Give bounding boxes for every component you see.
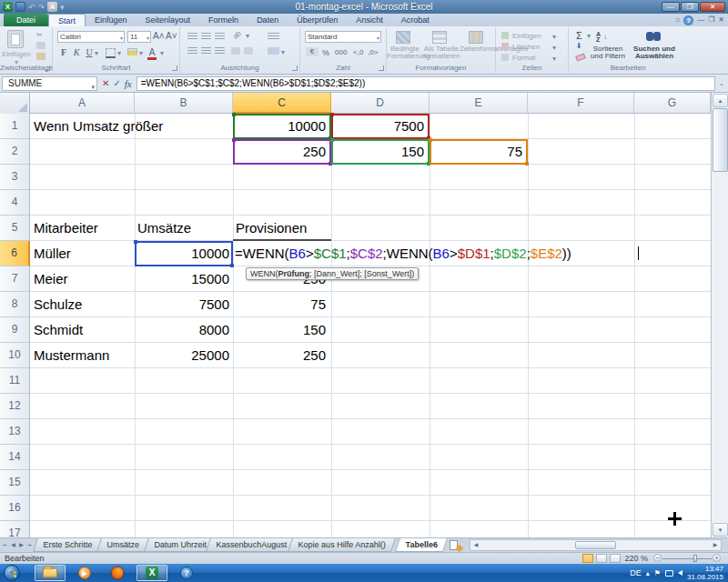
scroll-right-icon[interactable]: ▶: [711, 541, 720, 549]
merge-center-icon[interactable]: [268, 47, 279, 55]
cell-b10[interactable]: 25000: [135, 343, 229, 368]
increase-font-icon[interactable]: A˄: [153, 31, 164, 41]
insert-function-icon[interactable]: fx: [125, 78, 132, 89]
help-icon[interactable]: ?: [683, 15, 693, 25]
insert-cells-button[interactable]: Einfügen: [512, 32, 541, 40]
vertical-scrollbar[interactable]: ▲ ▼: [711, 93, 728, 537]
cell-c6-formula[interactable]: =WENN(B6>$C$1;$C$2;WENN(B6>$D$1;$D$2;$E$…: [235, 241, 571, 266]
underline-button[interactable]: U: [84, 47, 95, 57]
tab-ueberpruefen[interactable]: Überprüfen: [288, 14, 347, 26]
fill-color-dropdown-icon[interactable]: ▾: [139, 49, 143, 57]
workbook-minimize-icon[interactable]: —: [697, 15, 704, 25]
enter-icon[interactable]: ✓: [113, 78, 120, 88]
find-select-icon[interactable]: [645, 30, 662, 43]
find-select-button[interactable]: Suchen und Auswählen: [629, 45, 680, 60]
row-header-14[interactable]: 14: [0, 445, 30, 470]
prev-sheet-icon[interactable]: ◀: [10, 540, 16, 550]
tab-daten[interactable]: Daten: [248, 14, 288, 26]
column-header-c[interactable]: C: [233, 93, 331, 114]
conditional-formatting-icon[interactable]: [396, 31, 410, 44]
align-center-icon[interactable]: [201, 47, 211, 55]
merge-dropdown-icon[interactable]: ▾: [281, 48, 285, 56]
column-header-e[interactable]: E: [430, 93, 528, 114]
cell-a5[interactable]: Mitarbeiter: [34, 216, 134, 241]
format-painter-icon[interactable]: [36, 53, 46, 60]
wrap-text-icon[interactable]: [268, 33, 279, 40]
row-header-7[interactable]: 7: [0, 266, 30, 292]
column-header-a[interactable]: A: [30, 93, 135, 114]
row-header-16[interactable]: 16: [0, 496, 30, 521]
autosum-dropdown-icon[interactable]: ▾: [587, 32, 591, 40]
align-top-icon[interactable]: [187, 33, 197, 40]
pin-ribbon-icon[interactable]: ⌂: [675, 15, 680, 25]
align-middle-icon[interactable]: [201, 33, 211, 40]
workbook-close-icon[interactable]: ✕: [718, 15, 724, 25]
zoom-track[interactable]: [662, 558, 712, 559]
insert-cells-dropdown-icon[interactable]: ▾: [552, 33, 556, 41]
cell-a9[interactable]: Schmidt: [34, 317, 134, 343]
cell-a6[interactable]: Müller: [34, 241, 134, 266]
row-header-8[interactable]: 8: [0, 292, 30, 317]
next-sheet-icon[interactable]: ▶: [18, 540, 25, 550]
orientation-icon[interactable]: ab: [231, 29, 243, 41]
cell-c5[interactable]: Provisionen: [233, 216, 331, 241]
tab-start[interactable]: Start: [48, 14, 86, 26]
font-color-icon[interactable]: A: [147, 47, 157, 60]
decrease-decimal-icon[interactable]: ,0˃: [368, 48, 378, 56]
sheet-tab-tabelle6[interactable]: Tabelle6: [395, 538, 448, 552]
clear-icon[interactable]: [575, 53, 585, 61]
format-cells-icon[interactable]: [501, 54, 509, 61]
format-as-table-icon[interactable]: [432, 31, 447, 44]
first-sheet-icon[interactable]: ⯬: [2, 540, 8, 550]
row-header-13[interactable]: 13: [0, 419, 30, 445]
taskbar-firefox-button[interactable]: [102, 565, 133, 581]
cell-b1[interactable]: [135, 114, 229, 139]
align-left-icon[interactable]: [187, 47, 197, 55]
decrease-indent-icon[interactable]: [231, 47, 240, 55]
action-center-icon[interactable]: ⚑: [654, 569, 661, 577]
comma-style-icon[interactable]: 000: [335, 48, 347, 56]
font-family-select[interactable]: Calibri▾: [57, 31, 125, 43]
formula-input[interactable]: =WENN(B6>$C$1;$C$2;WENN(B6>$D$1;$D$2;$E$…: [136, 76, 715, 91]
column-header-b[interactable]: B: [135, 93, 233, 114]
formula-bar-expand-icon[interactable]: ⌄: [715, 80, 728, 87]
start-button[interactable]: [4, 565, 20, 581]
cell-a10[interactable]: Mustermann: [34, 343, 134, 368]
insert-worksheet-icon[interactable]: [448, 540, 462, 551]
column-header-g[interactable]: G: [634, 93, 711, 114]
paste-button[interactable]: Einfügen: [0, 50, 33, 58]
cut-icon[interactable]: ✂: [36, 31, 43, 39]
clock[interactable]: 13:47 31.08.2015: [687, 565, 726, 581]
cell-a7[interactable]: Meier: [34, 266, 134, 292]
cell-styles-icon[interactable]: [469, 31, 483, 44]
restore-button[interactable]: ❐: [681, 2, 699, 12]
horizontal-scrollbar[interactable]: ◀ ▶: [470, 539, 722, 551]
row-header-17[interactable]: 17: [0, 521, 30, 537]
close-button[interactable]: ✕: [700, 2, 725, 12]
language-indicator[interactable]: DE: [630, 568, 642, 577]
borders-dropdown-icon[interactable]: ▾: [117, 49, 121, 57]
page-layout-view-icon[interactable]: [596, 554, 607, 563]
row-header-5[interactable]: 5: [0, 216, 30, 241]
cell-b7[interactable]: 15000: [135, 266, 229, 292]
network-icon[interactable]: [665, 570, 673, 577]
fill-icon[interactable]: ⬇: [576, 42, 582, 50]
borders-icon[interactable]: [106, 48, 116, 58]
taskbar-excel-button[interactable]: X: [136, 565, 167, 581]
cancel-icon[interactable]: ✕: [102, 78, 109, 88]
italic-button[interactable]: K: [71, 47, 82, 57]
cell-a8[interactable]: Schulze: [34, 292, 134, 317]
sort-filter-icon[interactable]: A Z ↓: [596, 31, 611, 43]
row-header-12[interactable]: 12: [0, 394, 30, 419]
cell-b9[interactable]: 8000: [135, 317, 229, 343]
cell-styles-button[interactable]: Zellenformatvorlagen: [460, 45, 496, 53]
name-box-dropdown-icon[interactable]: ▾: [91, 81, 95, 94]
name-box[interactable]: SUMME▾: [2, 76, 97, 91]
tab-datei[interactable]: Datei: [4, 14, 48, 26]
cell-c8[interactable]: 75: [233, 292, 326, 317]
sheet-tab-erste-schritte[interactable]: Erste Schritte: [33, 538, 103, 552]
bold-button[interactable]: F: [58, 47, 69, 57]
scroll-left-icon[interactable]: ◀: [471, 541, 480, 549]
row-header-10[interactable]: 10: [0, 343, 30, 368]
tab-ansicht[interactable]: Ansicht: [347, 14, 392, 26]
